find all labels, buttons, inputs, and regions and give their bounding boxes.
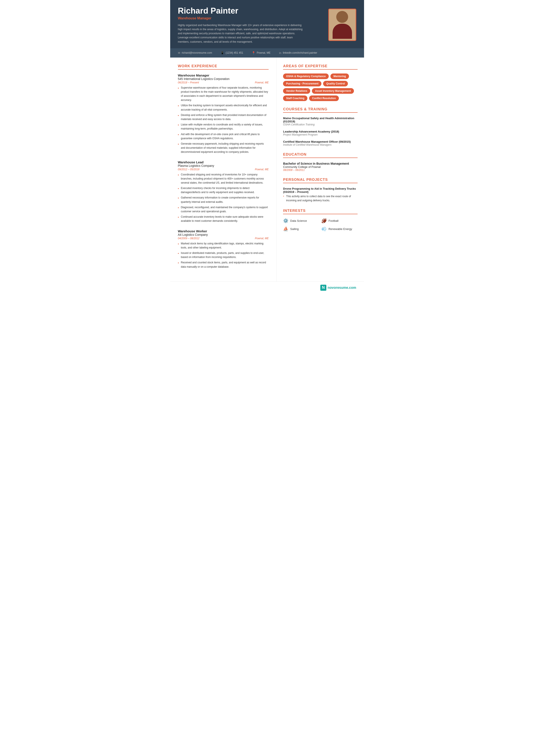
interest-label: Football [328,219,339,222]
bullet-item: Utilize the tracking system to transport… [178,103,269,112]
candidate-title: Warehouse Manager [178,16,322,20]
logo-letter: N [320,285,326,291]
interest-item: 🏈 Football [321,218,358,223]
logo-text: novoresume.com [328,286,356,290]
interests-section: INTERESTS ⚙️ Data Science 🏈 Football ⛵ S… [283,209,357,231]
interest-item: ⚙️ Data Science [283,218,319,223]
interest-icon: ⛵ [283,226,289,231]
phone-icon: 📱 [220,51,224,55]
interest-icon: ⚙️ [283,218,289,223]
education-section: EDUCATION Bachelor of Science in Busines… [283,152,357,172]
bullet-item: Develop and enforce a filing system that… [178,113,269,121]
linkedin-icon: in [279,51,281,55]
job-item: Warehouse Lead Plasma Logistics Company … [178,160,269,223]
job-title: Warehouse Manager [178,73,269,77]
expertise-tags: OSHA & Regulatory ComplianceMentoringPur… [283,73,357,101]
job-meta: 09/2012 – 05/2018 Pownal, ME [178,168,269,171]
bullet-item: Generate necessary paperwork, including … [178,142,269,154]
location-value: Pownal, ME [257,51,270,54]
location-icon: 📍 [252,51,255,55]
course-sub: OSHA Certification Training [283,123,357,126]
footer: N novoresume.com [170,282,364,294]
course-item: Maine Occupational Safety and Health Adm… [283,117,357,126]
header: Richard Painter Warehouse Manager Highly… [170,0,364,48]
contact-bar: ✉ richard@novoresume.com 📱 (1234) 451 45… [170,48,364,58]
job-bullets: Marked stock items by using identificati… [178,242,269,269]
expertise-tag: Staff Coaching [283,95,307,101]
course-name: Leadership Advancement Academy (2018) [283,130,357,133]
course-name: Certified Warehouse Management Officer (… [283,140,357,143]
project-bullets: This activity aims to collect data to se… [283,194,357,202]
edu-school: Community College of Pownal [283,165,357,169]
candidate-summary: Highly organized and hardworking Warehou… [178,23,303,44]
footer-logo: N novoresume.com [320,285,356,291]
courses-container: Maine Occupational Safety and Health Adm… [283,117,357,146]
interest-label: Data Science [290,219,307,222]
education-container: Bachelor of Science in Business Manageme… [283,162,357,172]
expertise-tag: OSHA & Regulatory Compliance [283,73,329,79]
interest-label: Renewable Energy [328,228,352,230]
expertise-tag: Asset Inventory Management [312,88,354,94]
projects-container: Drone Programming to Aid in Tracking Del… [283,187,357,202]
bullet-item: Aid with the development of on-site cran… [178,132,269,141]
expertise-section: AREAS OF EXPERTISE OSHA & Regulatory Com… [283,64,357,101]
courses-heading: COURSES & TRAINING [283,107,357,113]
interests-heading: INTERESTS [283,209,357,214]
job-dates: 06/2018 – Present [178,81,199,84]
job-bullets: Supervise warehouse operations of four s… [178,86,269,154]
interest-label: Sailing [290,228,298,230]
contact-phone: 📱 (1234) 451 451 [220,51,243,55]
contact-email: ✉ richard@novoresume.com [178,51,212,55]
education-item: Bachelor of Science in Business Manageme… [283,162,357,172]
job-meta: 04/2009 – 08/2012 Pownal, ME [178,237,269,240]
main-content: WORK EXPERIENCE Warehouse Manager 545 In… [170,58,364,282]
bullet-item: Diagnosed, reconfigured, and maintained … [178,205,269,214]
contact-linkedin[interactable]: in linkedin.com/in/richard.painter [279,51,317,55]
work-experience-heading: WORK EXPERIENCE [178,64,269,69]
job-item: Warehouse Worker A4 Logistics Company 04… [178,229,269,269]
candidate-name: Richard Painter [178,7,322,15]
job-title: Warehouse Lead [178,160,269,164]
bullet-item: Liaise with multiple vendors to coordina… [178,122,269,131]
bullet-item: Supervise warehouse operations of four s… [178,86,269,102]
job-title: Warehouse Worker [178,229,269,233]
linkedin-value: linkedin.com/in/richard.painter [283,51,317,54]
expertise-tag: Mentoring [330,73,349,79]
job-company: Plasma Logistics Company [178,164,269,168]
bullet-item: Gathered necessary information to create… [178,196,269,204]
work-experience-section: WORK EXPERIENCE Warehouse Manager 545 In… [178,64,269,269]
expertise-tag: Vendor Relations [283,88,310,94]
course-item: Leadership Advancement Academy (2018) Pr… [283,130,357,136]
expertise-tag: Conflict Resolution [309,95,339,101]
education-heading: EDUCATION [283,152,357,158]
job-bullets: Coordinated shipping and receiving of in… [178,173,269,223]
job-dates: 04/2009 – 08/2012 [178,237,199,240]
projects-section: PERSONAL PROJECTS Drone Programming to A… [283,177,357,202]
course-item: Certified Warehouse Management Officer (… [283,140,357,146]
course-name: Maine Occupational Safety and Health Adm… [283,117,357,123]
email-icon: ✉ [178,51,180,55]
expertise-heading: AREAS OF EXPERTISE [283,64,357,69]
header-text: Richard Painter Warehouse Manager Highly… [178,7,322,48]
project-title: Drone Programming to Aid in Tracking Del… [283,187,357,194]
job-meta: 06/2018 – Present Pownal, ME [178,81,269,84]
job-item: Warehouse Manager 545 International Logi… [178,73,269,154]
bullet-item: Received and counted stock items, parts,… [178,260,269,269]
projects-heading: PERSONAL PROJECTS [283,177,357,183]
photo-person [333,11,352,39]
expertise-tag: Purchasing - Procurement [283,81,321,86]
interest-item: 💨 Renewable Energy [321,226,358,231]
email-value: richard@novoresume.com [182,51,212,54]
project-item: Drone Programming to Aid in Tracking Del… [283,187,357,202]
interests-grid: ⚙️ Data Science 🏈 Football ⛵ Sailing 💨 R… [283,218,357,231]
bullet-item: Coordinated shipping and receiving of in… [178,173,269,185]
interest-icon: 🏈 [321,218,327,223]
left-column: WORK EXPERIENCE Warehouse Manager 545 In… [170,58,277,282]
bullet-item: Marked stock items by using identificati… [178,242,269,250]
edu-dates: 08/2008 – 06/2011 [283,169,357,172]
contact-location: 📍 Pownal, ME [252,51,270,55]
project-bullet: This activity aims to collect data to se… [283,194,357,202]
job-location: Pownal, ME [255,81,268,84]
interest-item: ⛵ Sailing [283,226,319,231]
photo-placeholder [329,9,356,41]
